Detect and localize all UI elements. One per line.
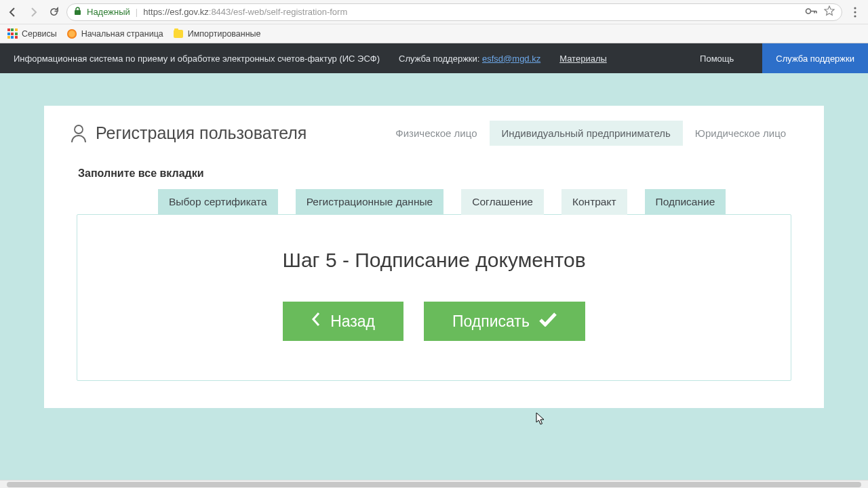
svg-point-4: [854, 15, 856, 17]
app-title: Информационная система по приему и обраб…: [14, 54, 380, 64]
step-tabs: Выбор сертификата Регистрационные данные…: [158, 189, 791, 215]
step-panel: Шаг 5 - Подписание документов Назад Подп…: [77, 214, 791, 381]
sign-button-label: Подписать: [452, 312, 530, 331]
svg-point-3: [854, 11, 856, 13]
help-link[interactable]: Помощь: [690, 54, 743, 64]
button-row: Назад Подписать: [98, 302, 770, 341]
browser-menu-icon[interactable]: [848, 5, 863, 20]
card-title-text: Регистрация пользователя: [96, 123, 307, 143]
reload-button[interactable]: [46, 5, 61, 20]
lock-icon: [74, 7, 81, 18]
page-background: Регистрация пользователя Физическое лицо…: [0, 73, 868, 480]
imported-folder[interactable]: Импортированные: [173, 28, 261, 39]
user-icon: [70, 123, 87, 144]
entity-type-tabs: Физическое лицо Индивидуальный предприни…: [383, 121, 798, 146]
bookmark-star-icon[interactable]: [824, 5, 835, 18]
svg-point-1: [806, 9, 811, 14]
key-icon[interactable]: [805, 7, 817, 17]
support-block: Служба поддержки: esfsd@mgd.kz: [399, 54, 540, 64]
apps-bookmark[interactable]: Сервисы: [7, 28, 57, 39]
registration-card: Регистрация пользователя Физическое лицо…: [44, 106, 824, 408]
card-body: Заполните все вкладки Выбор сертификата …: [44, 161, 824, 408]
card-title-block: Регистрация пользователя: [70, 123, 307, 144]
browser-toolbar: Надежный | https://esf.gov.kz:8443/esf-w…: [0, 0, 868, 24]
card-header: Регистрация пользователя Физическое лицо…: [44, 106, 824, 161]
imported-label: Импортированные: [188, 29, 261, 39]
svg-point-2: [854, 7, 856, 9]
tab-legal[interactable]: Юридическое лицо: [683, 121, 798, 146]
horizontal-scrollbar[interactable]: [0, 480, 868, 488]
back-button[interactable]: [5, 5, 20, 20]
step-agreement[interactable]: Соглашение: [461, 189, 544, 215]
start-page-label: Начальная страница: [81, 29, 163, 39]
start-page-bookmark[interactable]: Начальная страница: [66, 28, 163, 39]
url-text: https://esf.gov.kz:8443/esf-web/self-reg…: [143, 7, 347, 17]
step-signing[interactable]: Подписание: [645, 189, 726, 215]
apps-grid-icon: [7, 28, 18, 39]
instruction-text: Заполните все вкладки: [78, 167, 791, 180]
materials-link[interactable]: Материалы: [559, 54, 607, 64]
support-button[interactable]: Служба поддержки: [762, 43, 868, 73]
forward-button[interactable]: [26, 5, 41, 20]
svg-point-5: [75, 125, 83, 134]
chevron-left-icon: [311, 312, 321, 331]
back-button-main[interactable]: Назад: [283, 302, 403, 341]
step-certificate[interactable]: Выбор сертификата: [158, 189, 278, 215]
step-panel-title: Шаг 5 - Подписание документов: [98, 249, 770, 272]
svg-rect-0: [75, 10, 81, 15]
app-header: Информационная система по приему и обраб…: [0, 43, 868, 73]
check-icon: [539, 312, 557, 331]
step-registration-data[interactable]: Регистрационные данные: [296, 189, 444, 215]
support-email-link[interactable]: esfsd@mgd.kz: [482, 54, 540, 64]
address-bar[interactable]: Надежный | https://esf.gov.kz:8443/esf-w…: [66, 3, 842, 21]
step-contract[interactable]: Контракт: [561, 189, 627, 215]
folder-icon: [173, 28, 184, 39]
firefox-icon: [66, 28, 77, 39]
secure-label: Надежный: [87, 7, 130, 17]
support-label: Служба поддержки:: [399, 54, 479, 64]
sign-button[interactable]: Подписать: [424, 302, 585, 341]
scrollbar-thumb[interactable]: [7, 482, 861, 487]
apps-label: Сервисы: [22, 29, 57, 39]
bookmarks-bar: Сервисы Начальная страница Импортированн…: [0, 24, 868, 43]
tab-entrepreneur[interactable]: Индивидуальный предприниматель: [490, 121, 683, 146]
back-button-label: Назад: [330, 312, 375, 331]
tab-individual[interactable]: Физическое лицо: [383, 121, 489, 146]
